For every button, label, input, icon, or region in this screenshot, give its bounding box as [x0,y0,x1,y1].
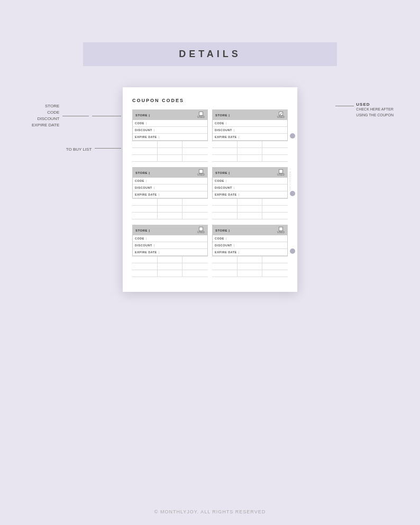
coupon-card-3: STORE | USED CODE | DISCOUNT [132,167,208,219]
coupon-section-1: STORE | USED CODE | DISCOU [132,109,288,162]
used-checkbox-1[interactable]: USED [197,112,205,118]
expire-date-field-4: EXPIRE DATE | [213,191,287,198]
store-header-5: STORE | [135,229,150,232]
left-labels: STORE CODE DISCOUNT EXPIRE DATE TO BUY L… [32,103,121,156]
section-circle-3 [290,248,295,254]
coupon-section-2: STORE | USED CODE | DISCOUNT [132,167,288,219]
coupon-card-1: STORE | USED CODE | DISCOU [132,109,208,162]
used-checkbox-5[interactable]: USED [197,227,205,234]
used-checkbox-4[interactable]: USED [277,169,285,176]
coupon-card-4: STORE | USED CODE | DISCOUNT [212,167,288,219]
store-header-3: STORE | [135,171,150,174]
using-coupon-label: USING THE COUPON [356,113,394,118]
coupon-card-6: STORE | USED CODE | DISCOUNT [212,225,288,277]
discount-field-1: DISCOUNT | [133,127,207,134]
footer-text: © MONTHLYJOY. ALL RIGHTS RESERVED [154,509,266,514]
footer: © MONTHLYJOY. ALL RIGHTS RESERVED [0,509,420,514]
header-title: DETAILS [179,49,241,59]
code-field-1: CODE | [133,120,207,127]
discount-field-5: DISCOUNT | [133,242,207,249]
used-checkbox-3[interactable]: USED [197,169,205,176]
paper-title: COUPON CODES [132,98,288,103]
used-checkbox-2[interactable]: ✓ USED [277,112,285,118]
store-header-6: STORE | [215,229,230,232]
expire-date-field-6: EXPIRE DATE | [213,249,287,256]
code-field-4: CODE | [213,178,287,185]
store-header-2: STORE | [215,114,230,117]
code-label: CODE [47,109,59,116]
used-checkbox-6[interactable]: USED [277,227,285,234]
coupon-card-5: STORE | USED CODE | DISCOUNT [132,225,208,277]
coupon-card-2: STORE | ✓ USED CODE | [212,109,288,162]
store-header-4: STORE | [215,171,230,174]
to-buy-list-label: TO BUY LIST [66,147,92,152]
header-banner: DETAILS [83,42,337,66]
expire-date-field-3: EXPIRE DATE | [133,191,207,198]
discount-label: DISCOUNT [38,116,60,122]
expire-date-field-5: EXPIRE DATE | [133,249,207,256]
side-watermark: © MONTHLYJOY [289,168,291,191]
store-label: STORE [45,103,59,109]
section-circle-1 [290,133,295,139]
code-field-2: CODE | [213,120,287,127]
discount-field-3: DISCOUNT | [133,185,207,191]
discount-field-2: DISCOUNT | [213,127,287,134]
store-header-1: STORE | [135,114,150,117]
paper-document: © MONTHLYJOY COUPON CODES STORE | USED [123,87,297,292]
right-labels: USED CHECK HERE AFTER USING THE COUPON [335,102,394,118]
section-circle-2 [290,191,295,196]
code-field-5: CODE | [133,235,207,242]
coupon-section-3: STORE | USED CODE | DISCOUNT [132,225,288,277]
check-here-label: CHECK HERE AFTER [356,107,394,113]
code-field-6: CODE | [213,235,287,242]
expire-date-label: EXPIRE DATE [32,122,59,128]
discount-field-4: DISCOUNT | [213,185,287,191]
used-title-label: USED [356,102,394,107]
expire-date-field-2: EXPIRE DATE | [213,134,287,141]
code-field-3: CODE | [133,178,207,185]
expire-date-field-1: EXPIRE DATE | [133,134,207,141]
discount-field-6: DISCOUNT | [213,242,287,249]
